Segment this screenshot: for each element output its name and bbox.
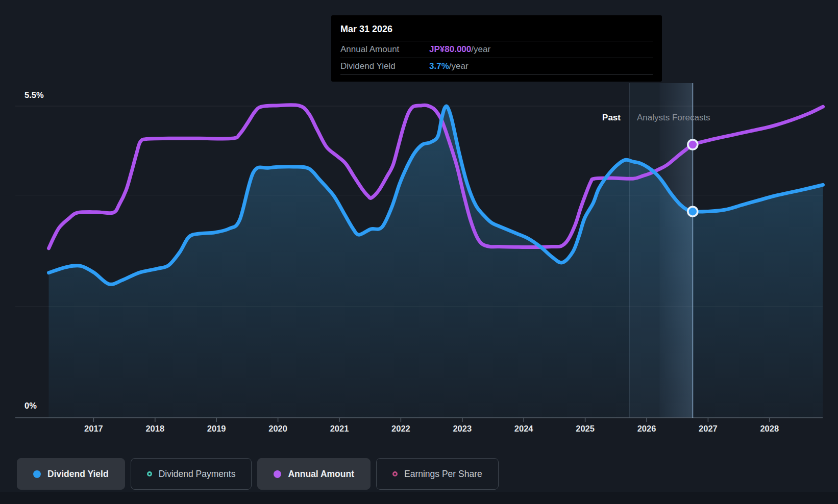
legend-button-earnings-per-share[interactable]: Earnings Per Share (376, 458, 499, 490)
annual-amount-marker-icon (274, 470, 281, 478)
tooltip-row-0: Annual AmountJP¥80.000/year (340, 41, 653, 58)
legend-label: Earnings Per Share (404, 469, 482, 480)
footer-strip (0, 492, 838, 504)
dividend-yield-marker[interactable] (688, 207, 698, 216)
x-tick-label: 2026 (637, 424, 656, 433)
past-label: Past (554, 113, 621, 123)
tooltip-row-suffix: /year (471, 44, 490, 55)
x-tick-label: 2023 (453, 424, 472, 433)
x-tick-label: 2025 (576, 424, 595, 433)
hover-tooltip: Mar 31 2026 Annual AmountJP¥80.000/yearD… (331, 15, 662, 82)
x-tick-label: 2018 (145, 424, 164, 433)
chart-legend: Dividend YieldDividend PaymentsAnnual Am… (17, 458, 499, 490)
legend-button-dividend-payments[interactable]: Dividend Payments (131, 458, 252, 490)
dividend-chart-panel: 2017201820192020202120222023202420252026… (0, 0, 838, 504)
x-tick-label: 2028 (760, 424, 779, 433)
dividend-payments-marker-icon (147, 471, 152, 476)
x-tick-label: 2019 (207, 424, 226, 433)
x-tick-label: 2024 (514, 424, 534, 433)
annual-amount-marker[interactable] (688, 140, 698, 149)
analysts-forecasts-label: Analysts Forecasts (637, 113, 710, 123)
x-tick-label: 2022 (391, 424, 410, 433)
x-tick-label: 2027 (699, 424, 718, 433)
tooltip-row-value: JP¥80.000 (429, 44, 471, 55)
x-tick-label: 2021 (330, 424, 349, 433)
legend-label: Dividend Payments (159, 469, 236, 480)
earnings-per-share-marker-icon (392, 471, 398, 476)
tooltip-date: Mar 31 2026 (340, 15, 653, 41)
legend-label: Dividend Yield (47, 469, 109, 480)
x-tick-label: 2020 (268, 424, 287, 433)
legend-button-dividend-yield[interactable]: Dividend Yield (17, 458, 125, 490)
tooltip-rows: Annual AmountJP¥80.000/yearDividend Yiel… (340, 41, 653, 75)
tooltip-row-value: 3.7% (429, 61, 449, 71)
y-axis-min-label: 0% (24, 401, 37, 410)
legend-button-annual-amount[interactable]: Annual Amount (257, 458, 371, 490)
x-tick-label: 2017 (84, 424, 103, 433)
legend-label: Annual Amount (288, 469, 354, 480)
tooltip-row-label: Dividend Yield (340, 61, 429, 71)
tooltip-row-1: Dividend Yield3.7%/year (340, 58, 653, 75)
forecast-region-band (629, 83, 659, 418)
tooltip-row-label: Annual Amount (340, 44, 429, 55)
dividend-yield-area (49, 106, 823, 418)
y-axis-max-label: 5.5% (24, 90, 44, 99)
hover-highlight-band (659, 83, 693, 418)
tooltip-row-suffix: /year (449, 61, 469, 71)
dividend-yield-marker-icon (33, 470, 41, 478)
